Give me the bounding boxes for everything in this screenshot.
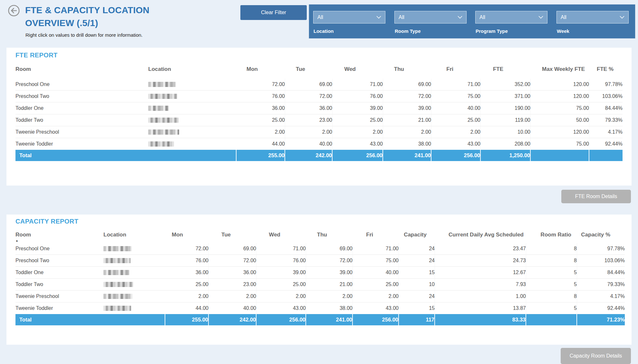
table-row-toddler-two[interactable]: Toddler Two25.0023.0025.0021.0025.00107.…: [15, 279, 625, 291]
cell-value: 39.00: [306, 267, 353, 278]
report-canvas: FTE & CAPACITY LOCATION OVERVIEW (.5/1) …: [0, 0, 638, 364]
column-header-mon[interactable]: Mon: [237, 66, 285, 72]
room-name: Preschool One: [15, 243, 103, 254]
cell-value: 69.00: [306, 243, 353, 254]
week-filter-label: Week: [557, 28, 569, 34]
location-cell: [148, 114, 237, 126]
filter-group-week: All Week: [556, 5, 629, 38]
column-header-wed[interactable]: Wed: [333, 66, 383, 72]
table-row-tweenie-toddler[interactable]: Tweenie Toddler44.0040.0043.0038.0043.00…: [15, 302, 625, 314]
table-row-preschool-two[interactable]: Preschool Two76.0072.0076.0072.0075.0037…: [15, 91, 623, 102]
cell-value: 43.00: [353, 302, 399, 314]
location-redacted: [148, 141, 174, 147]
column-header-thu[interactable]: Thu: [306, 232, 353, 238]
cell-value: 79.33%: [577, 279, 625, 290]
column-header-label: Wed: [344, 66, 356, 72]
location-filter-dropdown[interactable]: All: [313, 11, 385, 24]
table-row-preschool-one[interactable]: Preschool One72.0069.0071.0069.0071.0024…: [15, 243, 625, 255]
cell-value: 71.00: [353, 243, 399, 254]
cell-value: 25.00: [256, 279, 306, 290]
column-header-room[interactable]: Room▲: [15, 232, 103, 242]
table-row-toddler-one[interactable]: Toddler One36.0036.0039.0039.0040.00190.…: [15, 102, 623, 114]
total-value: 242.00: [209, 314, 256, 325]
program-type-filter-dropdown[interactable]: All: [475, 11, 547, 24]
total-row[interactable]: Total255.00242.00256.00241.00256.001,250…: [15, 150, 623, 161]
column-header-room[interactable]: Room: [15, 66, 148, 72]
location-redacted: [148, 94, 177, 99]
cell-value: 190.00: [481, 102, 531, 114]
table-row-preschool-two[interactable]: Preschool Two76.0072.0076.0072.0075.0024…: [15, 255, 625, 267]
table-row-tweenie-toddler[interactable]: Tweenie Toddler44.0040.0043.0038.0043.00…: [15, 138, 623, 150]
back-button[interactable]: [8, 5, 20, 17]
location-cell: [103, 255, 165, 266]
room-type-filter-dropdown[interactable]: All: [394, 11, 467, 24]
column-header-capacity[interactable]: Capacity: [399, 232, 435, 238]
cell-value: 40.00: [285, 138, 333, 150]
week-filter-dropdown[interactable]: All: [556, 11, 629, 24]
cell-value: 371.00: [481, 91, 531, 102]
cell-value: 208.00: [481, 138, 531, 150]
location-cell: [103, 267, 165, 278]
table-row-tweenie-preschool[interactable]: Tweenie Preschool2.002.002.002.002.00241…: [15, 291, 625, 302]
total-value: 242.00: [285, 150, 333, 161]
column-header-wed[interactable]: Wed: [256, 232, 306, 238]
column-header-max-weekly-fte[interactable]: Max Weekly FTE: [531, 66, 589, 72]
cell-value: 119.00: [481, 114, 531, 126]
cell-value: 2.00: [306, 291, 353, 302]
location-redacted: [103, 270, 129, 275]
total-value: 83.33: [435, 314, 526, 325]
column-header-fri[interactable]: Fri: [353, 232, 399, 238]
column-header-thu[interactable]: Thu: [383, 66, 431, 72]
column-header-label: Thu: [394, 66, 404, 72]
fte-room-details-button[interactable]: FTE Room Details: [561, 190, 631, 203]
table-row-toddler-two[interactable]: Toddler Two25.0023.0025.0021.0025.00119.…: [15, 114, 623, 126]
column-header-tue[interactable]: Tue: [285, 66, 333, 72]
total-value: [526, 314, 577, 325]
column-header-label: Wed: [269, 232, 280, 238]
location-redacted: [148, 118, 179, 123]
column-header-fri[interactable]: Fri: [431, 66, 481, 72]
cell-value: 2.00: [353, 291, 399, 302]
capacity-room-details-button[interactable]: Capacity Room Details: [561, 348, 631, 364]
cell-value: 120.00: [531, 126, 589, 138]
column-header-tue[interactable]: Tue: [209, 232, 256, 238]
column-header-label: FTE: [493, 66, 503, 72]
cell-value: 36.00: [237, 102, 285, 114]
cell-value: 72.00: [237, 79, 285, 90]
column-header-label: Max Weekly FTE: [542, 66, 585, 72]
room-name: Tweenie Preschool: [15, 126, 148, 138]
column-header-fte[interactable]: FTE %: [589, 66, 623, 72]
cell-value: 4.17%: [589, 126, 623, 138]
total-row[interactable]: Total255.00242.00256.00241.00256.0011783…: [15, 314, 625, 325]
cell-value: 352.00: [481, 79, 531, 90]
room-name: Tweenie Preschool: [15, 291, 103, 302]
cell-value: 97.78%: [589, 79, 623, 90]
table-row-preschool-one[interactable]: Preschool One72.0069.0071.0069.0071.0035…: [15, 79, 623, 91]
table-row-toddler-one[interactable]: Toddler One36.0036.0039.0039.0040.001512…: [15, 267, 625, 279]
cell-value: 75.00: [353, 255, 399, 266]
cell-value: 39.00: [256, 267, 306, 278]
cell-value: 38.00: [383, 138, 431, 150]
column-header-location[interactable]: Location: [103, 232, 165, 238]
column-header-room-ratio[interactable]: Room Ratio: [526, 232, 577, 238]
cell-value: 21.00: [306, 279, 353, 290]
clear-filter-button[interactable]: Clear Filter: [240, 5, 307, 20]
column-header-fte[interactable]: FTE: [481, 66, 531, 72]
column-header-label: Room Ratio: [541, 232, 571, 238]
column-header-mon[interactable]: Mon: [165, 232, 209, 238]
cell-value: 15: [399, 267, 435, 278]
week-filter-value: All: [561, 14, 566, 20]
room-type-filter-label: Room Type: [395, 28, 421, 34]
column-header-label: Tue: [221, 232, 231, 238]
cell-value: 71.00: [256, 243, 306, 254]
cell-value: 38.00: [306, 302, 353, 314]
table-row-tweenie-preschool[interactable]: Tweenie Preschool2.002.002.002.002.0010.…: [15, 126, 623, 138]
column-header-capacity[interactable]: Capacity %: [577, 232, 625, 238]
fte-report-title: FTE REPORT: [15, 52, 58, 59]
cell-value: 39.00: [333, 102, 383, 114]
column-header-location[interactable]: Location: [148, 66, 237, 72]
cell-value: 23.00: [285, 114, 333, 126]
column-header-current-daily-avg-scheduled[interactable]: Current Daily Avg Scheduled: [435, 232, 526, 238]
cell-value: 24: [399, 243, 435, 254]
total-value: [531, 150, 589, 161]
